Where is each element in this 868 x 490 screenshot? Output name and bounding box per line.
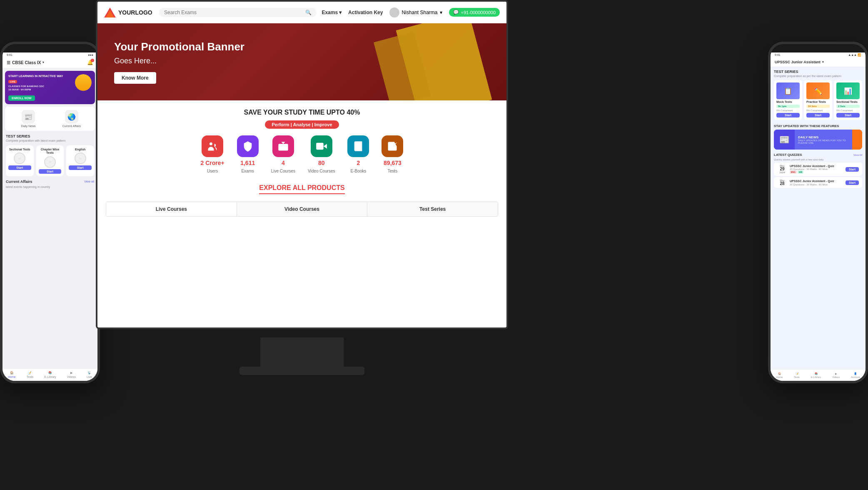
quiz-start-1[interactable]: Start [846,167,859,172]
exams-value: 1,611 [240,160,255,166]
right-bottom-nav: 🏠 Home 📝 Tests 📚 E-Library ▶ Videos 👤 Ac… [771,369,866,381]
quiz-name-2: UPSSSC Junior Assistant - Quiz [790,180,843,183]
tab-video-courses[interactable]: Video Courses [237,202,368,216]
quiz-start-2[interactable]: Start [846,180,859,185]
monitor-screen: YOURLOGO 🔍 Exams ▾ Activation Key Nishan… [96,0,508,329]
search-bar[interactable]: 🔍 [159,8,317,17]
right-status-bar: 9:41 ▲▲▲ 📶 [771,52,866,58]
view-all-link[interactable]: View all [84,180,94,183]
current-affairs-icon-item[interactable]: 🌏 Current Affairs [52,110,92,128]
practice-progress: 0% Completed [806,109,830,112]
left-phone-screen: 9:41 ●●● ☰ CBSE Class IX ▾ 🔔 ! START LEA… [2,52,97,381]
daily-news-title: DAILY NEWS [798,135,849,139]
live-badge: LIVE [8,80,17,83]
english-card[interactable]: English ○ Start [66,145,94,176]
tab-live-courses[interactable]: Live Courses [106,202,237,216]
quiz-meta-2: 20 Questions · 30 Marks · 60 Mins [790,183,843,186]
current-affairs-row: Current Affairs View all [2,178,97,185]
banner-subheadline: Goes Here... [114,57,244,65]
nav-live[interactable]: 📡 Live [87,371,92,378]
tab-test-series[interactable]: Test Series [367,202,498,216]
perform-badge: Perform | Analyse | Improve [265,120,339,129]
sectional-card-name: Sectional Tests [836,100,860,103]
right-nav-videos[interactable]: ▶ Videos [832,372,840,378]
exams-menu[interactable]: Exams ▾ [322,10,342,15]
practice-start-btn[interactable]: Start [806,113,830,118]
right-ts-title: TEST SERIES [774,70,862,74]
current-affairs-label: Current Affairs [62,125,81,128]
chapter-wise-card[interactable]: Chapter Wise Tests ○ Start [36,145,64,176]
library-icon: 📚 [48,371,52,375]
tests-value: 89,673 [384,160,402,166]
live-value: 4 [282,160,285,166]
avatar [389,8,399,18]
hamburger-icon[interactable]: ☰ [7,60,10,65]
nav-right: Exams ▾ Activation Key Nishant Sharma ▾ … [322,8,500,18]
chapter-wise-circle: ○ [44,156,56,168]
quiz-item-2[interactable]: May 28 UPSSSC Junior Assistant - Quiz 20… [774,177,862,188]
stat-ebooks: 2 E-Books [347,135,369,173]
status-bar: 9:41 ●●● [2,52,97,57]
phone-notch [33,44,67,52]
test-series-sub: Complete preparation with latest exam pa… [2,139,97,144]
nav-elibrary[interactable]: 📚 E-Library [44,371,56,378]
stat-users: 2 Crore+ Users [201,135,224,173]
users-icon-box [202,135,223,157]
user-menu[interactable]: Nishant Sharma ▾ [389,8,442,18]
enroll-button[interactable]: ENROLL NOW [8,95,35,101]
sectional-start-btn[interactable]: Start [8,165,31,170]
nav-videos[interactable]: ▶ Videos [67,371,76,378]
left-phone: 9:41 ●●● ☰ CBSE Class IX ▾ 🔔 ! START LEA… [0,42,100,383]
nav-home[interactable]: 🏠 Home [8,371,16,378]
practice-tests-card[interactable]: ✏️ Practice Tests 54 Sets 0% Completed S… [804,80,832,120]
lq-view-all[interactable]: View All [853,154,862,156]
right-time: 9:41 [775,53,781,57]
sectional-tests-card[interactable]: Sectional Tests ○ Start [6,145,34,176]
orange-strip [852,130,862,150]
users-label: Users [207,169,218,173]
tag-hin: HIN [798,170,804,174]
english-start-btn[interactable]: Start [69,165,92,170]
website: YOURLOGO 🔍 Exams ▾ Activation Key Nishan… [97,2,506,328]
mock-tests-card[interactable]: 📋 Mock Tests 5k 1pts 0% Completed Start [774,80,802,120]
notification-icon[interactable]: 🔔 ! [87,60,93,65]
phone-header: ☰ CBSE Class IX ▾ 🔔 ! [2,57,97,68]
quiz-item-1[interactable]: May 29 2024 UPSSSC Junior Assistant - Qu… [774,162,862,176]
practice-badge: 54 Sets [806,105,830,108]
sectional-start-btn[interactable]: Start [836,113,860,118]
ebooks-value: 2 [357,160,360,166]
know-more-button[interactable]: Know More [114,72,156,84]
time-display: 9:41 [7,53,12,56]
chapter-wise-start-btn[interactable]: Start [39,169,62,174]
lq-header: LATEST QUIZZES View All [774,153,862,157]
exams-icon-box [237,135,259,157]
daily-news-icon-item[interactable]: 📰 Daily News [8,110,48,128]
explore-section: EXPLORE ALL PRODUCTS Live Courses Video … [97,178,506,217]
phone-contact[interactable]: 💬 +91-0000000000 [449,8,500,17]
phone-header-title: ☰ CBSE Class IX ▾ [7,60,44,65]
search-input[interactable] [164,10,303,15]
mock-progress: 0% Completed [776,109,800,112]
right-nav-account[interactable]: 👤 Account [851,372,860,378]
logo-area: YOURLOGO [104,8,154,18]
right-phone: 9:41 ▲▲▲ 📶 UPSSSC Junior Assistant ▾ TES… [768,42,868,383]
sectional-card-top: 📊 [836,82,860,99]
right-nav-home[interactable]: 🏠 Home [776,372,783,378]
daily-news-card[interactable]: 📰 DAILY NEWS DAILY UPDATES OF NEWS FOR Y… [774,130,862,150]
nav-tests[interactable]: 📝 Tests [27,371,33,378]
right-nav-library[interactable]: 📚 E-Library [811,372,821,378]
ebooks-icon-box [347,135,369,157]
live-label: Live Courses [271,169,295,173]
lq-subtitle: Quickly assess yourself with a new quiz … [774,158,862,161]
user-chevron-icon: ▾ [440,10,442,15]
activation-key[interactable]: Activation Key [348,10,383,15]
right-nav-tests[interactable]: 📝 Tests [794,372,800,378]
monitor-base [239,367,364,375]
exams-label: Exams [241,169,254,173]
mock-start-btn[interactable]: Start [776,113,800,118]
right-chevron-icon: ▾ [822,60,824,64]
right-phone-notch [801,44,835,52]
logo-text: YOURLOGO [118,9,152,16]
right-videos-icon: ▶ [835,372,837,375]
sectional-ts-card[interactable]: 📊 Sectional Tests 2 Sets 0% Completed St… [834,80,862,120]
